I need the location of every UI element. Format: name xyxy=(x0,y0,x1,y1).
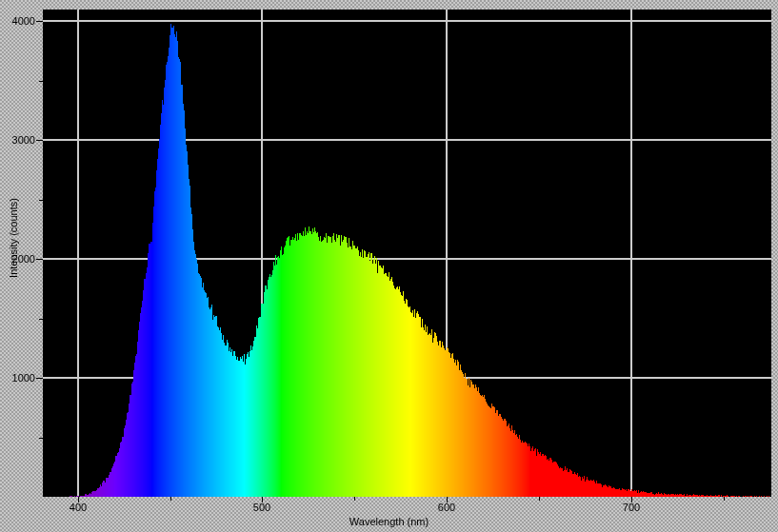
x-tick-label: 400 xyxy=(59,502,97,513)
spectrometer-chart: Intensity (counts) Wavelength (nm) 10002… xyxy=(0,0,778,532)
x-tick-label: 700 xyxy=(612,502,650,513)
y-tick-label: 3000 xyxy=(0,134,35,146)
x-axis-title: Wavelength (nm) xyxy=(0,516,778,527)
spectrum-plot-canvas xyxy=(0,0,778,532)
x-tick-label: 600 xyxy=(428,502,466,513)
y-axis-title: Intensity (counts) xyxy=(8,198,19,278)
y-tick-label: 1000 xyxy=(0,372,35,384)
x-tick-label: 500 xyxy=(243,502,281,513)
y-tick-label: 2000 xyxy=(0,253,35,265)
y-tick-label: 4000 xyxy=(0,15,35,27)
